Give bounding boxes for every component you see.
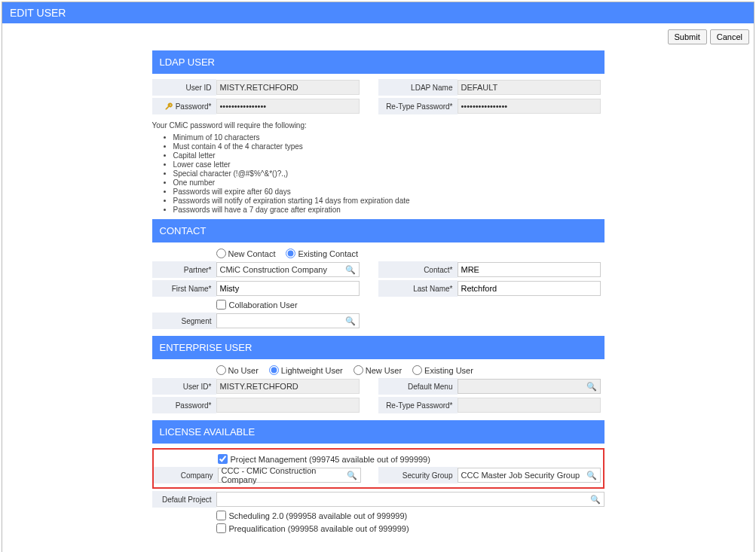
radio-lightweight-user[interactable]: Lightweight User — [269, 365, 343, 375]
ldap-section-header: LDAP USER — [152, 50, 604, 74]
collab-checkbox[interactable] — [216, 300, 226, 310]
action-buttons: Submit Cancel — [2, 23, 754, 49]
search-icon[interactable]: 🔍 — [590, 495, 601, 505]
enterprise-section-header: ENTERPRISE USER — [152, 336, 604, 359]
ldap-section: User ID MISTY.RETCHFORD LDAP Name DEFAUL… — [152, 74, 604, 218]
contact-field[interactable] — [458, 262, 601, 277]
highlighted-region: Project Management (999745 available out… — [152, 448, 604, 489]
ldap-password-field[interactable]: •••••••••••••••• — [216, 99, 360, 114]
default-project-label: Default Project — [152, 491, 216, 508]
ent-password-field[interactable] — [216, 398, 360, 413]
form-wrap: LDAP USER User ID MISTY.RETCHFORD LDAP N… — [152, 49, 604, 539]
submit-button[interactable]: Submit — [668, 29, 707, 44]
segment-field[interactable]: 🔍 — [216, 313, 360, 328]
security-group-field[interactable]: CCC Master Job Security Group🔍 — [458, 468, 601, 483]
ldap-userid-label: User ID — [152, 79, 216, 96]
scheduling-label: Scheduling 2.0 (999958 available out of … — [229, 511, 408, 520]
radio-existing-contact[interactable]: Existing Contact — [286, 249, 357, 258]
search-icon[interactable]: 🔍 — [345, 265, 356, 275]
company-field[interactable]: CCC - CMiC Construction Company🔍 — [218, 468, 361, 483]
security-group-label: Security Group — [378, 467, 458, 483]
ldap-retype-field[interactable]: •••••••••••••••• — [458, 99, 601, 114]
firstname-field[interactable] — [216, 281, 360, 296]
partner-label: Partner* — [152, 261, 216, 278]
ent-userid-label: User ID* — [152, 378, 216, 395]
prequal-label: Prequalification (999958 available out o… — [229, 524, 409, 533]
ldap-retype-label: Re-Type Password* — [378, 98, 458, 114]
lastname-label: Last Name* — [378, 280, 458, 297]
ent-password-label: Password* — [152, 397, 216, 413]
ent-retype-label: Re-Type Password* — [378, 397, 458, 413]
radio-no-user[interactable]: No User — [216, 365, 259, 375]
pm-checkbox[interactable] — [218, 454, 228, 464]
default-project-field[interactable]: 🔍 — [216, 492, 604, 507]
license-section: Project Management (999745 available out… — [152, 444, 604, 539]
prequal-checkbox[interactable] — [216, 523, 226, 533]
cancel-button[interactable]: Cancel — [710, 29, 749, 44]
radio-existing-user[interactable]: Existing User — [412, 365, 473, 375]
ldap-name-label: LDAP Name — [378, 79, 458, 96]
segment-label: Segment — [152, 313, 216, 329]
ldap-userid-field: MISTY.RETCHFORD — [216, 80, 360, 95]
company-label: Company — [154, 467, 218, 483]
enterprise-section: No User Lightweight User New User Existi… — [152, 359, 604, 419]
content-area: LDAP USER User ID MISTY.RETCHFORD LDAP N… — [2, 49, 754, 552]
page-title: EDIT USER — [10, 7, 66, 19]
radio-new-user[interactable]: New User — [354, 365, 402, 375]
search-icon[interactable]: 🔍 — [586, 382, 597, 392]
license-section-header: LICENSE AVAILABLE — [152, 420, 604, 444]
search-icon[interactable]: 🔍 — [345, 316, 356, 326]
key-icon — [164, 102, 173, 111]
contact-section: New Contact Existing Contact Partner* CM… — [152, 242, 604, 334]
ent-retype-field[interactable] — [458, 398, 601, 413]
ldap-password-label: Password* — [152, 98, 216, 114]
main-window: EDIT USER Submit Cancel LDAP USER User I… — [2, 2, 754, 552]
ent-userid-field: MISTY.RETCHFORD — [216, 379, 360, 394]
contact-label: Contact* — [378, 261, 458, 278]
pm-label: Project Management (999745 available out… — [231, 455, 430, 464]
search-icon[interactable]: 🔍 — [586, 471, 597, 480]
ldap-name-field: DEFAULT — [458, 80, 601, 95]
partner-field[interactable]: CMiC Construction Company🔍 — [216, 262, 360, 277]
firstname-label: First Name* — [152, 280, 216, 297]
default-menu-label: Default Menu — [378, 378, 458, 395]
scheduling-checkbox[interactable] — [216, 511, 226, 520]
page-title-bar: EDIT USER — [2, 2, 754, 23]
password-rules: Minimum of 10 characters Must contain 4 … — [152, 133, 604, 214]
lastname-field[interactable] — [458, 281, 601, 296]
radio-new-contact[interactable]: New Contact — [216, 249, 276, 258]
password-intro: Your CMiC password will require the foll… — [152, 117, 604, 133]
default-menu-field[interactable]: 🔍 — [458, 379, 601, 394]
contact-section-header: CONTACT — [152, 219, 604, 242]
search-icon[interactable]: 🔍 — [347, 471, 357, 480]
collab-label: Collaboration User — [229, 300, 298, 310]
